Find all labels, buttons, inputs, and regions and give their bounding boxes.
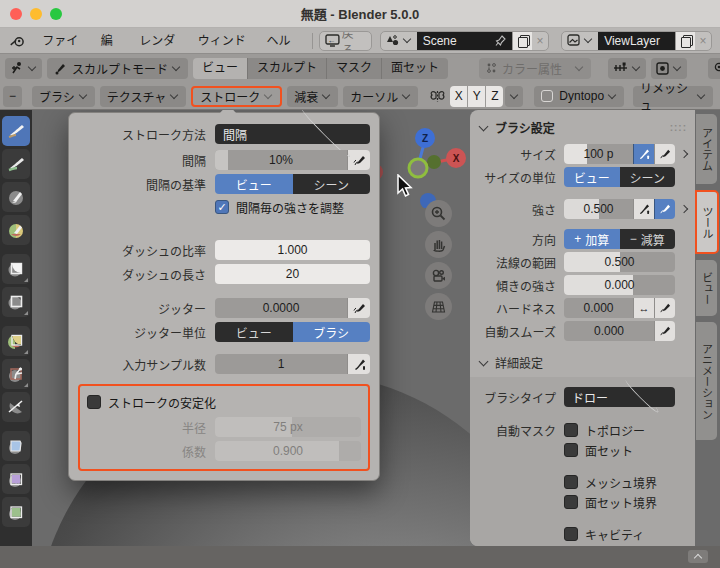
stabilize-checkbox[interactable]: [87, 395, 101, 409]
hardness-invert-button[interactable]: ↔: [633, 298, 654, 318]
color-attribute-dropdown[interactable]: カラー属性: [479, 58, 591, 79]
automask-faceset-checkbox[interactable]: [564, 443, 578, 457]
tab-item[interactable]: アイテム: [696, 114, 717, 184]
symmetry-z-toggle[interactable]: Z: [486, 86, 503, 107]
editor-type-button[interactable]: [5, 58, 42, 79]
remove-brush-button[interactable]: −: [3, 86, 22, 107]
automask-cavity-row[interactable]: キャビティ: [564, 526, 644, 543]
viewlayer-name-field[interactable]: ViewLayer: [598, 31, 675, 51]
tool-smooth[interactable]: [2, 497, 30, 527]
close-window-button[interactable]: [10, 8, 22, 20]
advanced-settings-header[interactable]: 詳細設定: [476, 353, 687, 371]
symmetry-x-toggle[interactable]: X: [450, 86, 467, 107]
panel-drag-handle[interactable]: ::::: [670, 122, 687, 133]
direction-add-option[interactable]: + 加算: [564, 229, 620, 249]
falloff-panel-dropdown[interactable]: 減衰: [287, 86, 338, 107]
cursor-panel-dropdown[interactable]: カーソル: [343, 86, 418, 107]
scene-name-field[interactable]: Scene: [417, 31, 513, 51]
tab-mask[interactable]: マスク: [327, 58, 382, 79]
dash-ratio-field[interactable]: 1.000: [215, 240, 370, 260]
remesh-dropdown[interactable]: リメッシュ: [633, 86, 713, 107]
camera-view-button[interactable]: [425, 262, 452, 289]
back-button[interactable]: ← 戻る: [320, 32, 371, 50]
input-samples-field[interactable]: 1: [215, 354, 347, 374]
automask-faceset-boundary-checkbox[interactable]: [564, 495, 578, 509]
unlink-scene-button[interactable]: ×: [532, 34, 548, 48]
perspective-toggle-button[interactable]: [425, 293, 452, 320]
tool-blob[interactable]: [2, 326, 30, 356]
dyntopo-checkbox[interactable]: [541, 90, 553, 102]
zoom-window-button[interactable]: [50, 8, 62, 20]
tab-view[interactable]: ビュー: [696, 260, 717, 316]
dyntopo-dropdown[interactable]: Dyntopo: [534, 86, 624, 107]
size-unit-scene-option[interactable]: シーン: [620, 167, 676, 187]
tool-grab[interactable]: [2, 431, 30, 461]
stroke-mask-dropdown[interactable]: [708, 58, 720, 79]
adjust-strength-checkbox-row[interactable]: ✓ 間隔毎の強さを調整: [215, 199, 344, 216]
automask-faceset-row[interactable]: 面セット: [564, 442, 633, 459]
jitter-slider[interactable]: 0.0000: [215, 298, 347, 318]
automask-cavity-checkbox[interactable]: [564, 527, 578, 541]
tab-faceset[interactable]: 面セット: [382, 58, 448, 79]
minimize-window-button[interactable]: [30, 8, 42, 20]
tool-flatten[interactable]: [2, 392, 30, 422]
brush-type-select[interactable]: ドロー: [564, 387, 675, 407]
tool-cloth[interactable]: [2, 464, 30, 494]
tool-draw[interactable]: [2, 116, 30, 146]
dash-length-field[interactable]: 20: [215, 264, 370, 284]
menu-file[interactable]: ファイル: [33, 30, 92, 52]
strength-pressure-toggle[interactable]: [633, 199, 654, 219]
autosmooth-stylus-button[interactable]: [654, 321, 675, 341]
symmetry-dropdown[interactable]: [505, 86, 523, 107]
strength-stylus-toggle[interactable]: [654, 199, 675, 219]
tool-crease[interactable]: [2, 359, 30, 389]
automask-faceset-boundary-row[interactable]: 面セット境界: [564, 494, 657, 511]
expand-statusbar-button[interactable]: [688, 550, 708, 563]
new-scene-button[interactable]: [512, 31, 532, 51]
tool-clay-strips[interactable]: [2, 215, 30, 245]
spacing-basis-scene-option[interactable]: シーン: [293, 174, 371, 194]
stabilize-checkbox-row[interactable]: ストロークの安定化: [87, 393, 361, 411]
size-expand-icon[interactable]: [680, 150, 688, 158]
texture-panel-dropdown[interactable]: テクスチャ: [100, 86, 187, 107]
jitter-unit-view-option[interactable]: ビュー: [215, 322, 293, 342]
automask-topology-checkbox[interactable]: [564, 423, 578, 437]
stabilize-radius-slider[interactable]: 75 px: [215, 417, 361, 437]
tab-animation[interactable]: アニメーション: [696, 322, 717, 440]
strength-slider[interactable]: 0.500: [564, 199, 633, 219]
pan-button[interactable]: [425, 231, 452, 258]
size-pressure-toggle[interactable]: [633, 144, 654, 164]
size-unit-view-option[interactable]: ビュー: [564, 167, 620, 187]
tool-layer[interactable]: [2, 254, 30, 284]
automask-mesh-boundary-row[interactable]: メッシュ境界: [564, 474, 657, 491]
tab-sculpt[interactable]: スカルプト: [248, 58, 327, 79]
stroke-method-select[interactable]: 間隔: [215, 124, 370, 144]
spacing-pressure-button[interactable]: [347, 150, 370, 170]
size-slider[interactable]: 100 p: [564, 144, 633, 164]
menu-edit[interactable]: 編集: [92, 30, 130, 52]
menu-render[interactable]: レンダー: [130, 30, 189, 52]
input-samples-brush-button[interactable]: [347, 354, 370, 374]
direction-subtract-option[interactable]: − 減算: [620, 229, 676, 249]
tool-inflate[interactable]: [2, 287, 30, 317]
automask-topology-row[interactable]: トポロジー: [564, 422, 645, 439]
adjust-strength-checkbox[interactable]: ✓: [215, 200, 229, 214]
brush-settings-header[interactable]: ブラシ設定 ::::: [476, 118, 687, 136]
stabilize-factor-slider[interactable]: 0.900: [215, 441, 361, 461]
new-viewlayer-button[interactable]: [675, 31, 695, 51]
autosmooth-slider[interactable]: 0.000: [564, 321, 654, 341]
remove-viewlayer-button[interactable]: ×: [695, 34, 711, 48]
jitter-pressure-button[interactable]: [347, 298, 370, 318]
viewport-area[interactable]: Z X: [0, 110, 720, 546]
navigation-gizmo[interactable]: Z X: [372, 116, 468, 208]
menu-window[interactable]: ウィンドウ: [189, 30, 258, 52]
browse-scene-button[interactable]: [381, 32, 417, 50]
mode-dropdown[interactable]: スカルプトモード: [47, 58, 188, 79]
symmetry-y-toggle[interactable]: Y: [468, 86, 485, 107]
tab-tool[interactable]: ツール: [695, 190, 719, 254]
normal-radius-slider[interactable]: 0.500: [564, 252, 675, 272]
pin-icon[interactable]: [495, 35, 506, 47]
hardness-stylus-button[interactable]: [654, 298, 675, 318]
zoom-button[interactable]: [425, 200, 452, 227]
stroke-panel-dropdown[interactable]: ストローク: [191, 86, 282, 107]
